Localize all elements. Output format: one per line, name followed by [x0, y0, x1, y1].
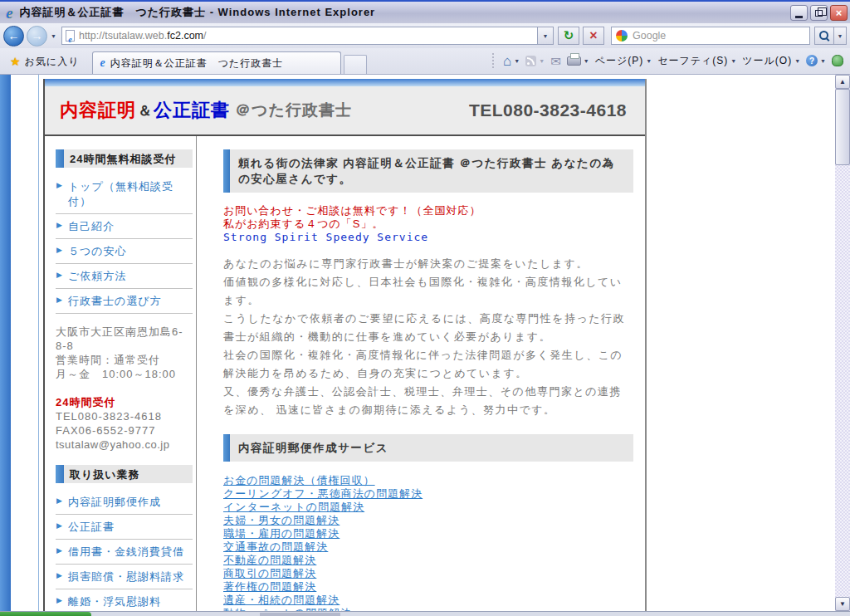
sidebar-item-loan[interactable]: ▶借用書・金銭消費貸借 — [56, 540, 193, 565]
sidebar-menu-1: ▶トップ（無料相談受付） ▶自己紹介 ▶５つの安心 ▶ご依頼方法 ▶行政書士の選… — [56, 174, 193, 314]
sidebar-item-damages[interactable]: ▶損害賠償・慰謝料請求 — [56, 565, 193, 589]
tab-active[interactable]: e 内容証明＆公正証書 つた行政書士 — [92, 51, 341, 74]
main-content: 頼れる街の法律家 内容証明＆公正証書 ＠つた行政書士 あなたの為の安心屋さんです… — [197, 136, 645, 611]
search-icon — [818, 30, 830, 42]
home-icon: ⌂ — [503, 54, 511, 68]
messenger-button[interactable] — [832, 55, 843, 66]
chevron-down-icon: ▼ — [646, 58, 652, 64]
scrollbar-thumb[interactable] — [835, 89, 850, 165]
search-input[interactable]: Google — [611, 27, 810, 45]
link-copyright[interactable]: 著作権の問題解決 — [223, 580, 316, 593]
search-button[interactable] — [814, 27, 834, 45]
site-title-blue: 公正証書 — [154, 98, 230, 123]
menu-arrow-icon: ▶ — [56, 571, 63, 579]
start-button-edge[interactable] — [0, 612, 91, 616]
stop-button[interactable]: × — [583, 27, 604, 45]
link-cooling-off[interactable]: クーリングオフ・悪徳商法の問題解決 — [223, 487, 423, 500]
toolbar-separator — [492, 53, 494, 68]
sidebar: 24時間無料相談受付 ▶トップ（無料相談受付） ▶自己紹介 ▶５つの安心 ▶ご依… — [45, 136, 197, 611]
scroll-down-button[interactable]: ▼ — [835, 597, 850, 611]
safety-menu-button[interactable]: セーフティ(S)▼ — [657, 54, 736, 68]
url-text[interactable]: http://tsutalaw.web.fc2.com/ — [79, 30, 207, 42]
feeds-button[interactable]: ▼ — [525, 56, 545, 66]
vertical-scrollbar[interactable]: ▲ ▼ — [835, 75, 850, 611]
window-title: 内容証明＆公正証書 つた行政書士 - Windows Internet Expl… — [19, 5, 375, 20]
link-inheritance[interactable]: 遺産・相続の問題解決 — [223, 594, 340, 606]
sidebar-item-top[interactable]: ▶トップ（無料相談受付） — [56, 174, 193, 214]
intro-header-text: 頼れる街の法律家 内容証明＆公正証書 ＠つた行政書士 あなたの為の安心屋さんです… — [230, 149, 633, 193]
sidebar-item-koseishosho[interactable]: ▶公正証書 — [56, 515, 193, 540]
close-button[interactable]: × — [830, 5, 848, 21]
service-header-text: 内容証明郵便作成サービス — [230, 434, 397, 462]
window-titlebar[interactable]: e 内容証明＆公正証書 つた行政書士 - Windows Internet Ex… — [0, 0, 850, 23]
link-money-problems[interactable]: お金の問題解決（債権回収） — [223, 474, 375, 486]
chevron-down-icon: ▼ — [794, 58, 800, 64]
paragraph: 又、優秀な弁護士、公認会計士、税理士、弁理士、その他専門家との連携を深め、 迅速… — [223, 383, 633, 419]
favorites-label: お気に入り — [25, 55, 80, 69]
back-button[interactable]: ← — [3, 26, 24, 46]
address-input[interactable]: e http://tsutalaw.web.fc2.com/ — [61, 27, 538, 45]
restore-button[interactable] — [810, 5, 828, 21]
restore-icon — [815, 10, 823, 17]
sidebar-item-how-to-request[interactable]: ▶ご依頼方法 — [56, 264, 193, 289]
link-workplace[interactable]: 職場・雇用の問題解決 — [223, 527, 340, 540]
chevron-down-icon: ▼ — [838, 33, 843, 39]
menu-arrow-icon: ▶ — [56, 596, 63, 604]
contact-hours-1: 営業時間：通常受付 — [56, 353, 193, 367]
refresh-button[interactable]: ↻ — [558, 27, 579, 45]
header-telephone: TEL080-3823-4618 — [469, 100, 627, 120]
star-icon: ★ — [10, 56, 21, 67]
minimize-button[interactable] — [790, 5, 808, 21]
link-traffic-accident[interactable]: 交通事故の問題解決 — [223, 540, 328, 553]
mail-icon: ✉ — [550, 55, 561, 67]
site-header: 内容証明 ＆ 公正証書 ＠つた行政書士 TEL080-3823-4618 — [45, 86, 645, 136]
notice-line-1: お問い合わせ・ご相談は無料です！（全国対応） — [223, 204, 633, 218]
page-viewport: 内容証明 ＆ 公正証書 ＠つた行政書士 TEL080-3823-4618 24時… — [0, 75, 835, 611]
mail-button[interactable]: ✉ — [550, 55, 561, 67]
taskbar-button-edge[interactable] — [260, 613, 340, 616]
forward-icon: → — [32, 29, 43, 42]
sidebar-item-divorce[interactable]: ▶離婚・浮気慰謝料 — [56, 589, 193, 611]
print-button[interactable]: ▼ — [567, 56, 589, 66]
intro-header-box: 頼れる街の法律家 内容証明＆公正証書 ＠つた行政書士 あなたの為の安心屋さんです… — [223, 149, 633, 193]
sidebar-item-naiyoshomei[interactable]: ▶内容証明郵便作成 — [56, 490, 193, 515]
service-header-box: 内容証明郵便作成サービス — [223, 434, 633, 462]
arrow-up-icon: ▲ — [839, 78, 846, 86]
sidebar-item-choosing[interactable]: ▶行政書士の選び方 — [56, 289, 193, 314]
favorites-button[interactable]: ★ お気に入り — [0, 51, 87, 72]
link-internet[interactable]: インターネットの問題解決 — [223, 501, 364, 513]
new-tab-button[interactable] — [344, 55, 367, 74]
tab-bar: ★ お気に入り e 内容証明＆公正証書 つた行政書士 ⌂▼ ▼ ✉ ▼ ページ(… — [0, 48, 850, 75]
minimize-icon — [795, 16, 803, 18]
stop-icon: × — [589, 28, 597, 43]
paragraph: 価値観の多様化に対応し、日本社会も国際化・複雑化・高度情報化しています。 — [223, 273, 633, 310]
page-menu-button[interactable]: ページ(P)▼ — [595, 54, 652, 68]
arrow-down-icon: ▼ — [839, 600, 846, 608]
taskbar-edge — [0, 611, 850, 616]
page-left-band — [0, 75, 11, 611]
forward-button[interactable]: → — [27, 26, 47, 46]
history-dropdown[interactable]: ▼ — [51, 33, 56, 39]
scroll-up-button[interactable]: ▲ — [835, 75, 850, 89]
search-placeholder: Google — [633, 30, 666, 42]
help-button[interactable]: ?▼ — [806, 55, 826, 66]
blue-square-icon — [56, 149, 64, 168]
link-real-estate[interactable]: 不動産の問題解決 — [223, 554, 316, 566]
chevron-down-icon: ▼ — [730, 58, 736, 64]
page-top-bar — [45, 79, 645, 86]
search-dropdown-button[interactable]: ▼ — [834, 27, 847, 45]
menu-arrow-icon: ▶ — [56, 221, 63, 229]
sidebar-item-five-assurances[interactable]: ▶５つの安心 — [56, 239, 193, 264]
tools-menu-button[interactable]: ツール(O)▼ — [742, 54, 800, 68]
site-title-amp: ＆ — [138, 101, 152, 120]
link-couples[interactable]: 夫婦・男女の問題解決 — [223, 514, 340, 526]
link-commerce[interactable]: 商取引の問題解決 — [223, 567, 316, 579]
address-dropdown-button[interactable]: ▼ — [538, 27, 554, 45]
home-button[interactable]: ⌂▼ — [503, 54, 520, 68]
sidebar-menu-2: ▶内容証明郵便作成 ▶公正証書 ▶借用書・金銭消費貸借 ▶損害賠償・慰謝料請求 … — [56, 490, 193, 611]
help-icon: ? — [806, 55, 818, 66]
paragraph: こうしたなかで依頼者のご要望に応えるには、高度な専門性を持った行政書士が組織的・… — [223, 310, 633, 346]
sidebar-item-profile[interactable]: ▶自己紹介 — [56, 214, 193, 239]
command-bar: ⌂▼ ▼ ✉ ▼ ページ(P)▼ セーフティ(S)▼ ツール(O)▼ ?▼ — [492, 47, 850, 74]
contact-email: tsutalaw@yahoo.co.jp — [56, 438, 193, 452]
